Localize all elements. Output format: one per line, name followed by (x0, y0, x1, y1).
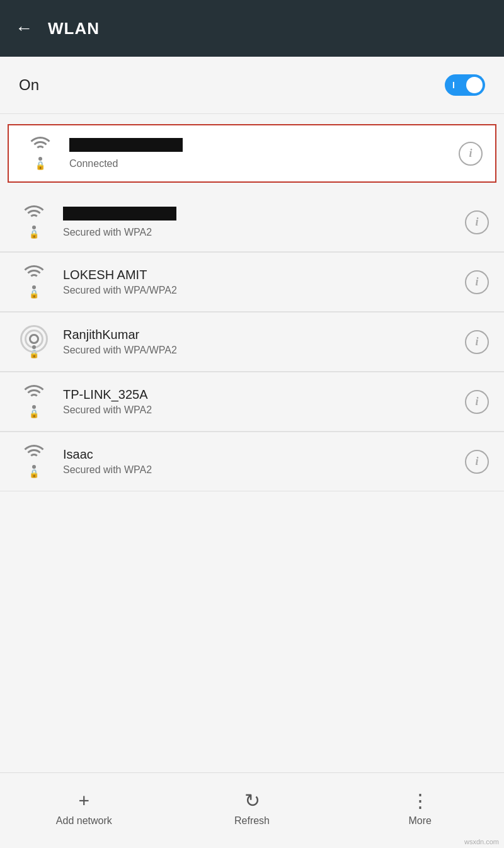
wifi-icon (20, 385, 48, 408)
back-button[interactable]: ← (15, 18, 33, 38)
network-security: Secured with WPA2 (63, 227, 465, 238)
network-item[interactable]: 🔒 RanjithKumar Secured with WPA/WPA2 i (0, 312, 504, 372)
wifi-icon-container: 🔒 (15, 445, 53, 478)
network-info-button[interactable]: i (465, 450, 489, 474)
network-name: LOKESH AMIT (63, 268, 465, 282)
network-info: Isaac Secured with WPA2 (63, 447, 465, 476)
wifi-icon-container: 🔒 (15, 265, 53, 299)
connected-network-info: Connected (69, 138, 459, 169)
network-name: Isaac (63, 447, 465, 462)
connected-network-name-redacted (69, 138, 183, 152)
wifi-arc-inner (29, 454, 39, 464)
wifi-icon (20, 265, 48, 288)
network-item[interactable]: 🔒 Isaac Secured with WPA2 i (0, 432, 504, 491)
wlan-status-label: On (19, 76, 39, 94)
wlan-toggle-row: On I (0, 57, 504, 114)
network-info-button[interactable]: i (465, 330, 489, 354)
network-info-button[interactable]: i (465, 210, 489, 234)
wifi-icon-container: 🔒 (15, 325, 53, 358)
add-network-label: Add network (56, 815, 112, 827)
wifi-arc-inner (29, 394, 39, 404)
connected-wifi-icon (26, 137, 54, 159)
wifi-icon (20, 445, 48, 467)
wifi-arc-inner (29, 214, 39, 224)
network-name: TP-LINK_325A (63, 387, 465, 402)
wifi-dot (32, 226, 36, 229)
network-info-button[interactable]: i (465, 270, 489, 294)
wifi-icon-weak (20, 325, 48, 348)
connected-network-info-button[interactable]: i (459, 142, 483, 166)
wifi-dot (32, 345, 36, 349)
wifi-dot (32, 285, 36, 289)
network-item[interactable]: 🔒 Secured with WPA2 i (0, 193, 504, 252)
more-label: More (408, 815, 431, 827)
network-security: Secured with WPA/WPA2 (63, 345, 465, 356)
more-button[interactable]: ⋮ More (336, 791, 504, 827)
wifi-icon-container: 🔒 (15, 385, 53, 418)
network-info-button[interactable]: i (465, 390, 489, 414)
add-network-icon: + (79, 791, 90, 810)
wlan-toggle[interactable]: I (445, 74, 485, 96)
wifi-dot (38, 157, 42, 161)
refresh-button[interactable]: ↻ Refresh (168, 791, 336, 827)
toggle-i-icon: I (452, 80, 455, 90)
connected-network-item[interactable]: 🔒 Connected i (8, 124, 496, 183)
wifi-dot (32, 465, 36, 469)
network-security: Secured with WPA2 (63, 404, 465, 416)
wifi-arc-inner (29, 274, 39, 284)
connected-network-status: Connected (69, 158, 459, 169)
network-list: 🔒 Connected i 🔒 Secured with WPA2 i (0, 114, 504, 772)
network-item[interactable]: 🔒 TP-LINK_325A Secured with WPA2 i (0, 372, 504, 432)
add-network-button[interactable]: + Add network (0, 791, 168, 827)
network-info: LOKESH AMIT Secured with WPA/WPA2 (63, 268, 465, 296)
network-name: RanjithKumar (63, 328, 465, 342)
connected-wifi-icon-container: 🔒 (21, 137, 59, 170)
more-icon: ⋮ (411, 791, 430, 810)
wifi-dot (32, 405, 36, 409)
wifi-arc-inner (35, 146, 45, 156)
network-item[interactable]: 🔒 LOKESH AMIT Secured with WPA/WPA2 i (0, 253, 504, 312)
refresh-icon: ↻ (244, 791, 260, 810)
network-info: Secured with WPA2 (63, 207, 465, 238)
wifi-icon (20, 205, 48, 228)
network-info: RanjithKumar Secured with WPA/WPA2 (63, 328, 465, 356)
header: ← WLAN (0, 0, 504, 57)
wifi-icon-container: 🔒 (15, 205, 53, 239)
bottom-bar: + Add network ↻ Refresh ⋮ More (0, 772, 504, 848)
wifi-arc-inner (29, 334, 39, 344)
page-title: WLAN (48, 19, 100, 38)
network-security: Secured with WPA/WPA2 (63, 285, 465, 296)
network-name-redacted (63, 207, 176, 221)
refresh-label: Refresh (234, 815, 270, 827)
watermark: wsxdn.com (464, 838, 499, 845)
network-security: Secured with WPA2 (63, 464, 465, 476)
network-info: TP-LINK_325A Secured with WPA2 (63, 387, 465, 416)
